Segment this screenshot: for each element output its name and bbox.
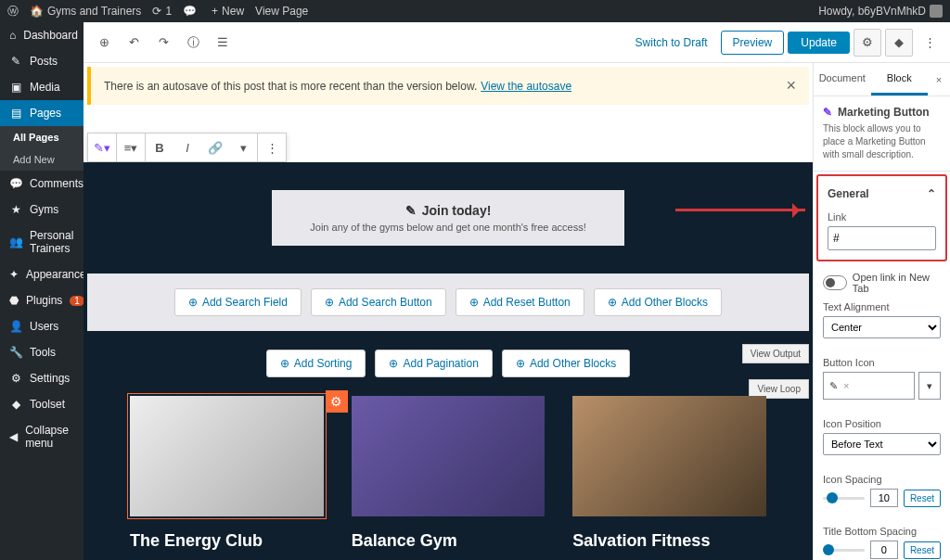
comments-link[interactable]: 💬 [183, 5, 200, 18]
menu-posts[interactable]: ✎Posts [0, 48, 83, 74]
bold-button[interactable]: B [146, 134, 173, 161]
menu-gyms[interactable]: ★Gyms [0, 197, 83, 223]
open-new-tab-label: Open link in New Tab [853, 272, 941, 294]
menu-pages[interactable]: ▤Pages [0, 100, 83, 126]
menu-trainers[interactable]: 👥Personal Trainers [0, 223, 83, 261]
avatar [930, 5, 943, 18]
settings-toggle[interactable]: ⚙ [854, 29, 881, 57]
notice-text: There is an autosave of this post that i… [104, 80, 477, 93]
icon-position-label: Icon Position [823, 418, 941, 429]
sort-block: View Output View Loop ⊕ Add Sorting ⊕ Ad… [130, 350, 766, 377]
menu-tools[interactable]: 🔧Tools [0, 339, 83, 365]
admin-bar: ⓦ 🏠 Gyms and Trainers ⟳ 1 💬 + New View P… [0, 0, 950, 22]
block-description: This block allows you to place a Marketi… [823, 122, 941, 161]
menu-users[interactable]: 👤Users [0, 313, 83, 339]
editor-canvas: There is an autosave of this post that i… [83, 63, 813, 560]
add-sorting[interactable]: ⊕ Add Sorting [266, 350, 366, 377]
title-spacing-input[interactable] [870, 541, 898, 559]
update-button[interactable]: Update [788, 32, 850, 54]
icon-position-select[interactable]: Before Text [823, 433, 941, 455]
plugins-badge: 1 [70, 296, 83, 306]
link-label: Link [828, 211, 936, 223]
button-icon-label: Button Icon [823, 357, 941, 368]
tab-document[interactable]: Document [814, 63, 871, 95]
dismiss-notice[interactable]: × [786, 76, 796, 95]
toolset-toggle[interactable]: ◆ [885, 29, 913, 57]
outline-button[interactable]: ☰ [210, 30, 236, 56]
menu-settings[interactable]: ⚙Settings [0, 365, 83, 391]
preview-button[interactable]: Preview [721, 31, 785, 55]
new-content[interactable]: + New [212, 5, 244, 18]
submenu-all-pages[interactable]: All Pages [0, 126, 83, 148]
tab-block[interactable]: Block [871, 63, 929, 95]
menu-comments[interactable]: 💬Comments [0, 171, 83, 197]
block-toolbar: ✎▾ ≡▾ B I 🔗 ▾ ⋮ [87, 133, 287, 162]
reset-title-spacing[interactable]: Reset [904, 541, 941, 559]
block-title: Marketing Button [838, 106, 930, 119]
block-more-button[interactable]: ⋮ [258, 134, 286, 161]
hero-subtitle: Join any of the gyms below and get one m… [290, 222, 606, 233]
gym-image [352, 396, 546, 516]
hero-card[interactable]: ✎Join today! Join any of the gyms below … [272, 190, 624, 246]
align-button[interactable]: ≡▾ [117, 134, 145, 161]
view-page[interactable]: View Page [255, 5, 308, 18]
open-new-tab-toggle[interactable] [823, 275, 847, 290]
gym-card-1[interactable]: ⚙ The Energy Club Rating: 4 ★★★★☆ The pe… [130, 396, 324, 560]
gym-card-3[interactable]: Salvation Fitness Rating: 4.5 ★★★★★ The … [572, 396, 766, 560]
inspector-sidebar: Document Block × ✎Marketing Button This … [813, 63, 950, 560]
add-other-blocks[interactable]: ⊕ Add Other Blocks [594, 288, 722, 316]
close-inspector[interactable]: × [928, 63, 950, 95]
edit-icon: ✎ [405, 203, 417, 218]
callout-arrow [675, 209, 805, 211]
add-pagination[interactable]: ⊕ Add Pagination [375, 350, 492, 377]
icon-picker[interactable]: ✎× [823, 372, 915, 400]
menu-media[interactable]: ▣Media [0, 74, 83, 100]
more-menu[interactable]: ⋮ [917, 30, 943, 56]
link-input[interactable] [828, 226, 936, 250]
updates-link[interactable]: ⟳ 1 [152, 5, 172, 18]
chevron-up-icon: ⌃ [927, 187, 936, 200]
menu-appearance[interactable]: ✦Appearance [0, 261, 83, 287]
notice-link[interactable]: View the autosave [481, 80, 571, 93]
view-output-button[interactable]: View Output [742, 344, 809, 363]
menu-dashboard[interactable]: ⌂Dashboard [0, 22, 83, 48]
gym-name: Balance Gym [352, 531, 546, 551]
block-type-icon[interactable]: ✎▾ [88, 134, 116, 161]
text-alignment-label: Text Alignment [823, 301, 941, 312]
icon-spacing-slider[interactable] [823, 497, 865, 500]
switch-to-draft[interactable]: Switch to Draft [626, 31, 717, 55]
redo-button[interactable]: ↷ [150, 30, 176, 56]
gym-grid: ⚙ The Energy Club Rating: 4 ★★★★☆ The pe… [130, 396, 766, 560]
site-name[interactable]: 🏠 Gyms and Trainers [30, 5, 141, 18]
edit-icon: ✎ [829, 380, 838, 392]
add-block-button[interactable]: ⊕ [91, 30, 117, 56]
menu-plugins[interactable]: ⬣Plugins 1 [0, 287, 83, 313]
undo-button[interactable]: ↶ [121, 30, 147, 56]
add-search-field[interactable]: ⊕ Add Search Field [174, 288, 302, 316]
add-other-blocks-2[interactable]: ⊕ Add Other Blocks [502, 350, 630, 377]
gear-icon[interactable]: ⚙ [326, 390, 348, 413]
gym-card-2[interactable]: Balance Gym Rating: 5 ★★★★★ If you are l… [352, 396, 546, 560]
admin-menu: ⌂Dashboard ✎Posts ▣Media ▤Pages All Page… [0, 22, 83, 560]
info-button[interactable]: ⓘ [180, 30, 206, 56]
icon-spacing-input[interactable] [870, 489, 898, 507]
add-reset-button[interactable]: ⊕ Add Reset Button [456, 288, 584, 316]
menu-toolset[interactable]: ◆Toolset [0, 391, 83, 417]
icon-spacing-label: Icon Spacing [823, 474, 941, 485]
autosave-notice: There is an autosave of this post that i… [87, 67, 809, 105]
reset-icon-spacing[interactable]: Reset [904, 490, 941, 507]
panel-general[interactable]: General⌃ [818, 176, 945, 211]
block-icon: ✎ [823, 106, 832, 119]
title-spacing-slider[interactable] [823, 549, 865, 552]
more-format-button[interactable]: ▾ [229, 134, 257, 161]
italic-button[interactable]: I [173, 134, 201, 161]
howdy-account[interactable]: Howdy, b6yBVnMhkD [818, 5, 943, 18]
add-search-button[interactable]: ⊕ Add Search Button [311, 288, 446, 316]
wp-logo[interactable]: ⓦ [7, 4, 19, 19]
submenu-add-new[interactable]: Add New [0, 148, 83, 171]
link-button[interactable]: 🔗 [201, 134, 229, 161]
title-spacing-label: Title Bottom Spacing [823, 526, 941, 537]
menu-collapse[interactable]: ◀Collapse menu [0, 417, 83, 456]
text-alignment-select[interactable]: Center [823, 316, 941, 338]
icon-picker-dropdown[interactable]: ▾ [918, 372, 941, 400]
